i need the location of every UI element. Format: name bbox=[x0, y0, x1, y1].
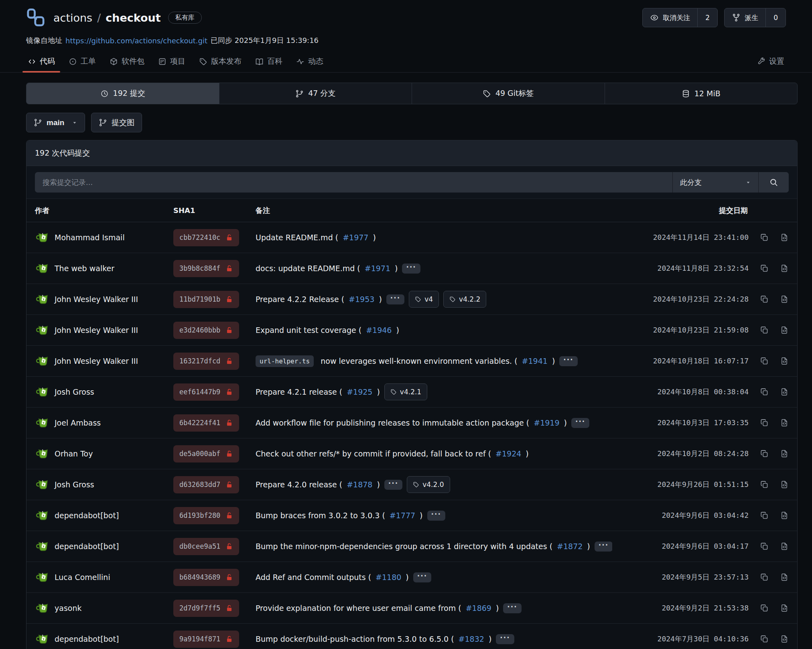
search-button[interactable] bbox=[758, 172, 789, 193]
expand-message-button[interactable]: ··· bbox=[559, 356, 577, 366]
commit-sha-badge[interactable]: d632683dd7 bbox=[173, 476, 239, 493]
branch-filter-select[interactable]: 此分支 bbox=[672, 172, 758, 193]
avatar[interactable] bbox=[35, 292, 49, 306]
copy-commit-id-button[interactable] bbox=[760, 295, 769, 304]
stat-branches[interactable]: 47 分支 bbox=[219, 83, 412, 104]
avatar[interactable] bbox=[35, 261, 49, 276]
expand-message-button[interactable]: ··· bbox=[413, 572, 431, 582]
browse-source-button[interactable] bbox=[780, 326, 789, 335]
commit-author[interactable]: The web walker bbox=[55, 264, 114, 273]
pr-link[interactable]: #1977 bbox=[343, 233, 368, 242]
copy-commit-id-button[interactable] bbox=[760, 449, 769, 458]
commit-author[interactable]: John Wesley Walker III bbox=[55, 295, 138, 304]
commit-sha-badge[interactable]: 2d7d9f7ff5 bbox=[173, 600, 239, 617]
tab-activity[interactable]: 动态 bbox=[289, 51, 330, 72]
commit-sha-badge[interactable]: e3d2460bbb bbox=[173, 322, 239, 339]
copy-commit-id-button[interactable] bbox=[760, 542, 769, 551]
commit-author[interactable]: John Wesley Walker III bbox=[55, 326, 138, 335]
pr-link[interactable]: #1953 bbox=[349, 295, 374, 304]
browse-source-button[interactable] bbox=[780, 418, 789, 427]
pr-link[interactable]: #1925 bbox=[347, 387, 372, 396]
browse-source-button[interactable] bbox=[780, 449, 789, 458]
browse-source-button[interactable] bbox=[780, 542, 789, 551]
avatar[interactable] bbox=[35, 632, 49, 646]
browse-source-button[interactable] bbox=[780, 480, 789, 489]
commit-sha-badge[interactable]: de5a000abf bbox=[173, 445, 239, 462]
tab-code[interactable]: 代码 bbox=[21, 51, 62, 72]
commit-sha-badge[interactable]: eef61447b9 bbox=[173, 383, 239, 401]
commit-author[interactable]: Mohammad Ismail bbox=[55, 233, 125, 242]
commit-author[interactable]: Orhan Toy bbox=[55, 449, 93, 458]
copy-commit-id-button[interactable] bbox=[760, 326, 769, 335]
tab-wiki[interactable]: 百科 bbox=[248, 51, 289, 72]
stat-tags[interactable]: 49 Git标签 bbox=[412, 83, 605, 104]
avatar[interactable] bbox=[35, 416, 49, 430]
stat-commits[interactable]: 192 提交 bbox=[26, 83, 219, 104]
commit-sha-badge[interactable]: db0cee9a51 bbox=[173, 538, 239, 555]
commit-author[interactable]: Josh Gross bbox=[55, 387, 94, 396]
pr-link[interactable]: #1872 bbox=[557, 542, 583, 551]
pr-link[interactable]: #1946 bbox=[366, 326, 392, 335]
tab-projects[interactable]: 项目 bbox=[151, 51, 192, 72]
tab-issues[interactable]: 工单 bbox=[62, 51, 103, 72]
avatar[interactable] bbox=[35, 385, 49, 399]
browse-source-button[interactable] bbox=[780, 387, 789, 396]
expand-message-button[interactable]: ··· bbox=[386, 294, 404, 304]
browse-source-button[interactable] bbox=[780, 233, 789, 242]
tag-badge[interactable]: v4.2.0 bbox=[407, 476, 450, 493]
pr-link[interactable]: #1832 bbox=[459, 635, 484, 643]
site-logo[interactable] bbox=[26, 8, 45, 27]
pr-link[interactable]: #1777 bbox=[390, 511, 415, 520]
unwatch-button[interactable]: 取消关注 2 bbox=[642, 8, 718, 27]
forks-count[interactable]: 0 bbox=[765, 8, 786, 27]
commit-author[interactable]: yasonk bbox=[55, 604, 81, 612]
expand-message-button[interactable]: ··· bbox=[384, 480, 402, 490]
copy-commit-id-button[interactable] bbox=[760, 635, 769, 643]
expand-message-button[interactable]: ··· bbox=[595, 542, 612, 552]
avatar[interactable] bbox=[35, 539, 49, 554]
commit-graph-button[interactable]: 提交图 bbox=[91, 113, 142, 132]
repo-owner-link[interactable]: actions bbox=[53, 12, 92, 24]
commit-author[interactable]: Joel Ambass bbox=[55, 418, 101, 427]
commit-author[interactable]: dependabot[bot] bbox=[55, 511, 119, 520]
commit-sha-badge[interactable]: 6b42224f41 bbox=[173, 414, 239, 432]
pr-link[interactable]: #1971 bbox=[365, 264, 390, 273]
copy-commit-id-button[interactable] bbox=[760, 573, 769, 582]
copy-commit-id-button[interactable] bbox=[760, 480, 769, 489]
commit-sha-badge[interactable]: cbb722410c bbox=[173, 229, 239, 246]
commit-sha-badge[interactable]: 6d193bf280 bbox=[173, 507, 239, 524]
stat-size[interactable]: 12 MiB bbox=[605, 83, 798, 104]
tag-badge[interactable]: v4 bbox=[409, 291, 439, 308]
avatar[interactable] bbox=[35, 477, 49, 492]
pr-link[interactable]: #1180 bbox=[376, 573, 401, 582]
tab-settings[interactable]: 设置 bbox=[750, 51, 791, 72]
repo-name-link[interactable]: checkout bbox=[106, 12, 160, 24]
commit-author[interactable]: Josh Gross bbox=[55, 480, 94, 489]
expand-message-button[interactable]: ··· bbox=[427, 511, 445, 521]
expand-message-button[interactable]: ··· bbox=[402, 264, 420, 274]
pr-link[interactable]: #1941 bbox=[522, 357, 548, 365]
browse-source-button[interactable] bbox=[780, 295, 789, 304]
copy-commit-id-button[interactable] bbox=[760, 357, 769, 365]
commit-sha-badge[interactable]: 163217dfcd bbox=[173, 353, 239, 370]
pr-link[interactable]: #1869 bbox=[466, 604, 491, 612]
branch-selector[interactable]: main bbox=[26, 113, 85, 132]
expand-message-button[interactable]: ··· bbox=[496, 634, 514, 644]
tab-packages[interactable]: 软件包 bbox=[103, 51, 151, 72]
copy-commit-id-button[interactable] bbox=[760, 233, 769, 242]
pr-link[interactable]: #1924 bbox=[495, 449, 521, 458]
copy-commit-id-button[interactable] bbox=[760, 511, 769, 520]
commit-author[interactable]: dependabot[bot] bbox=[55, 542, 119, 551]
copy-commit-id-button[interactable] bbox=[760, 418, 769, 427]
commit-author[interactable]: John Wesley Walker III bbox=[55, 357, 138, 365]
expand-message-button[interactable]: ··· bbox=[571, 418, 589, 428]
tag-badge[interactable]: v4.2.1 bbox=[384, 383, 427, 400]
browse-source-button[interactable] bbox=[780, 604, 789, 612]
search-commits-input[interactable] bbox=[35, 172, 672, 193]
commit-author[interactable]: dependabot[bot] bbox=[55, 635, 119, 643]
commit-author[interactable]: Luca Comellini bbox=[55, 573, 110, 582]
commit-sha-badge[interactable]: 9a9194f871 bbox=[173, 631, 239, 648]
avatar[interactable] bbox=[35, 601, 49, 615]
browse-source-button[interactable] bbox=[780, 511, 789, 520]
pr-link[interactable]: #1919 bbox=[534, 418, 559, 427]
